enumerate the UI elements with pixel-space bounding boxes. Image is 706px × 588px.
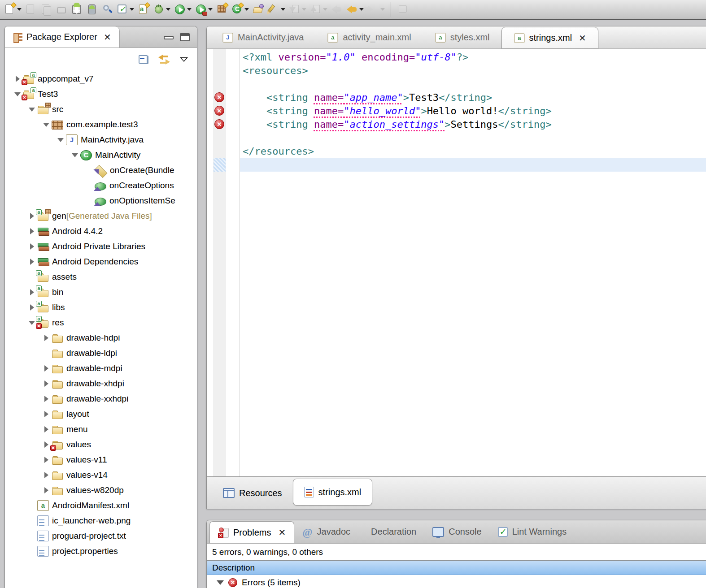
tree-collapsed-arrow[interactable]: [42, 426, 51, 432]
tree-collapsed-arrow[interactable]: [42, 411, 51, 417]
new-android-xml-file-button[interactable]: a: [136, 1, 151, 17]
tree-collapsed-arrow[interactable]: [42, 472, 51, 478]
tree-item-android-private-libraries[interactable]: Android Private Libraries: [5, 239, 197, 254]
problems-description-header[interactable]: Description: [207, 560, 706, 575]
tree-item-drawable-hdpi[interactable]: drawable-hdpi: [5, 330, 197, 346]
tree-expanded-arrow[interactable]: [70, 153, 79, 157]
dropdown-arrow-icon[interactable]: [187, 8, 192, 11]
dropdown-arrow-icon[interactable]: [130, 8, 134, 11]
tree-item-drawable-ldpi[interactable]: drawable-ldpi: [5, 346, 197, 361]
editor-body[interactable]: ✕✕✕ <?xml version="1.0" encoding="utf-8"…: [207, 49, 706, 476]
tree-item-oncreateoptions[interactable]: onCreateOptions: [5, 178, 197, 193]
editor-page-tab-strings-xml[interactable]: strings.xml: [293, 479, 373, 506]
tree-item-values-w820dp[interactable]: values-w820dp: [5, 483, 197, 498]
tree-expanded-arrow[interactable]: [42, 123, 51, 127]
tree-item-androidmanifest-xml[interactable]: aAndroidManifest.xml: [5, 498, 197, 513]
editor-page-tab-resources[interactable]: Resources: [212, 480, 293, 506]
tree-item-layout[interactable]: layout: [5, 406, 197, 422]
tree-collapsed-arrow[interactable]: [42, 487, 51, 493]
tree-collapsed-arrow[interactable]: [42, 396, 51, 402]
tree-item-test3[interactable]: a✕Test3: [5, 86, 197, 102]
tree-collapsed-arrow[interactable]: [42, 380, 51, 387]
tree-collapsed-arrow[interactable]: [13, 76, 22, 82]
tree-item-values-v11[interactable]: values-v11: [5, 452, 197, 467]
view-menu-icon[interactable]: [180, 57, 188, 62]
tree-collapsed-arrow[interactable]: [42, 457, 51, 463]
dropdown-arrow-icon[interactable]: [302, 8, 306, 11]
tree-collapsed-arrow[interactable]: [27, 213, 36, 219]
search-button[interactable]: [100, 1, 114, 17]
link-with-editor-icon[interactable]: [158, 55, 170, 65]
close-icon[interactable]: ✕: [278, 527, 286, 538]
tree-item-res[interactable]: a✕res: [5, 315, 197, 330]
tree-collapsed-arrow[interactable]: [42, 365, 51, 372]
tree-item-oncreate-bundle[interactable]: onCreate(Bundle: [5, 163, 197, 178]
minimize-view-button[interactable]: [164, 36, 174, 39]
problems-errors-group-row[interactable]: ✕ Errors (5 items): [207, 575, 706, 588]
dropdown-arrow-icon[interactable]: [244, 8, 249, 11]
editor-tab-strings-xml[interactable]: astrings.xml✕: [501, 27, 598, 48]
tree-item-values-v14[interactable]: values-v14: [5, 467, 197, 483]
run-external-tool-button[interactable]: [115, 1, 135, 17]
close-icon[interactable]: ✕: [579, 33, 586, 43]
tree-collapsed-arrow[interactable]: [27, 289, 36, 295]
tree-item-mainactivity[interactable]: CMainActivity: [5, 147, 197, 163]
dropdown-arrow-icon[interactable]: [281, 8, 285, 11]
tree-collapsed-arrow[interactable]: [27, 228, 36, 234]
tree-item-assets[interactable]: aassets: [5, 269, 197, 285]
gutter-error-icon[interactable]: ✕: [214, 119, 224, 129]
android-virtual-device-manager-button[interactable]: [85, 1, 99, 17]
tree-item-drawable-xhdpi[interactable]: drawable-xhdpi: [5, 376, 197, 391]
debug-button[interactable]: [152, 1, 172, 17]
back-button[interactable]: [345, 1, 365, 17]
maximize-view-button[interactable]: [180, 33, 190, 41]
open-resource-button[interactable]: [251, 1, 266, 17]
tree-item-bin[interactable]: abin: [5, 285, 197, 300]
profile-button[interactable]: [194, 1, 214, 17]
editor-tab-styles-xml[interactable]: astyles.xml: [423, 26, 501, 48]
problems-tab-problems[interactable]: ✕Problems✕: [209, 521, 294, 543]
new-java-class-button[interactable]: [230, 1, 250, 17]
tree-expanded-arrow[interactable]: [56, 138, 65, 142]
tree-item-src[interactable]: src: [5, 102, 197, 117]
tree-item-android-dependencies[interactable]: Android Dependencies: [5, 254, 197, 269]
problems-tab-declaration[interactable]: Declaration: [358, 520, 424, 543]
problems-tab-lint-warnings[interactable]: Lint Warnings: [490, 520, 575, 543]
tree-item-com-example-test3[interactable]: com.example.test3: [5, 117, 197, 132]
tree-item-drawable-xxhdpi[interactable]: drawable-xxhdpi: [5, 391, 197, 406]
run-button[interactable]: [173, 1, 193, 17]
package-explorer-tab[interactable]: Package Explorer ✕: [5, 26, 120, 48]
dropdown-arrow-icon[interactable]: [166, 8, 170, 11]
tree-collapsed-arrow[interactable]: [42, 335, 51, 341]
tree-collapsed-arrow[interactable]: [27, 243, 36, 250]
dropdown-arrow-icon[interactable]: [380, 8, 385, 11]
tree-item-values[interactable]: ✕values: [5, 437, 197, 452]
dropdown-arrow-icon[interactable]: [17, 8, 22, 11]
tree-item-menu[interactable]: menu: [5, 422, 197, 437]
tree-item-libs[interactable]: alibs: [5, 300, 197, 315]
tree-item-ic-launcher-web-png[interactable]: ic_launcher-web.png: [5, 513, 197, 528]
tree-item-mainactivity-java[interactable]: JMainActivity.java: [5, 132, 197, 147]
tree-item-gen[interactable]: agen [Generated Java Files]: [5, 208, 197, 224]
gutter-error-icon[interactable]: ✕: [214, 106, 224, 116]
chevron-down-icon[interactable]: [217, 580, 224, 585]
tree-item-drawable-mdpi[interactable]: drawable-mdpi: [5, 361, 197, 376]
new-wizard-button[interactable]: [3, 1, 23, 17]
dropdown-arrow-icon[interactable]: [323, 8, 327, 11]
problems-tab-console[interactable]: Console: [424, 520, 489, 543]
tree-collapsed-arrow[interactable]: [27, 304, 36, 311]
collapse-all-icon[interactable]: [139, 55, 148, 64]
tree-collapsed-arrow[interactable]: [42, 441, 51, 448]
code-editor-text[interactable]: <?xml version="1.0" encoding="utf-8"?><r…: [243, 51, 552, 172]
editor-tab-activity-main-xml[interactable]: aactivity_main.xml: [315, 26, 423, 48]
tree-item-project-properties[interactable]: project.properties: [5, 544, 197, 559]
android-sdk-manager-button[interactable]: [70, 1, 84, 17]
tree-item-android-4-4-2[interactable]: Android 4.4.2: [5, 224, 197, 239]
tree-item-appcompat-v7[interactable]: a✕appcompat_v7: [5, 71, 197, 86]
tree-collapsed-arrow[interactable]: [27, 259, 36, 265]
new-java-package-button[interactable]: [215, 1, 229, 17]
tree-item-proguard-project-txt[interactable]: proguard-project.txt: [5, 528, 197, 544]
close-icon[interactable]: ✕: [104, 32, 111, 43]
dropdown-arrow-icon[interactable]: [208, 8, 213, 11]
tree-expanded-arrow[interactable]: [27, 108, 36, 112]
